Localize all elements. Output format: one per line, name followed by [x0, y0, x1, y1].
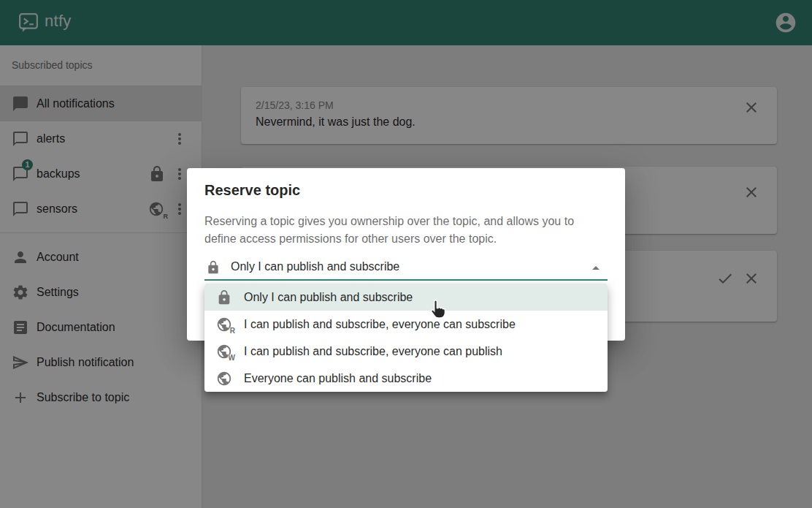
select-value: Only I can publish and subscribe	[231, 260, 399, 273]
globe-write-icon: W	[216, 344, 232, 360]
ntfy-app: ntfy Subscribed topics All notifications…	[0, 0, 812, 508]
dialog-description: Reserving a topic gives you ownership ov…	[204, 213, 608, 248]
menu-option-everyone-read[interactable]: R I can publish and subscribe, everyone …	[204, 311, 608, 338]
access-permission-select[interactable]: Only I can publish and subscribe	[204, 257, 608, 281]
menu-option-everyone-read-write[interactable]: Everyone can publish and subscribe	[204, 365, 608, 392]
globe-icon	[216, 371, 232, 387]
menu-option-label: Everyone can publish and subscribe	[244, 372, 432, 385]
menu-option-label: Only I can publish and subscribe	[244, 291, 413, 304]
menu-option-everyone-write[interactable]: W I can publish and subscribe, everyone …	[204, 338, 608, 365]
access-permission-menu: Only I can publish and subscribe R I can…	[204, 284, 608, 392]
globe-read-icon: R	[216, 316, 232, 333]
access-letter: R	[229, 327, 236, 335]
access-letter: W	[228, 355, 236, 362]
lock-icon	[216, 289, 232, 306]
arrow-drop-up-icon	[587, 259, 605, 277]
lock-icon	[206, 260, 221, 275]
select-focus-underline	[204, 279, 608, 281]
menu-option-only-me[interactable]: Only I can publish and subscribe	[204, 284, 608, 311]
dialog-title: Reserve topic	[204, 180, 300, 200]
menu-option-label: I can publish and subscribe, everyone ca…	[244, 345, 502, 358]
menu-option-label: I can publish and subscribe, everyone ca…	[244, 318, 516, 331]
